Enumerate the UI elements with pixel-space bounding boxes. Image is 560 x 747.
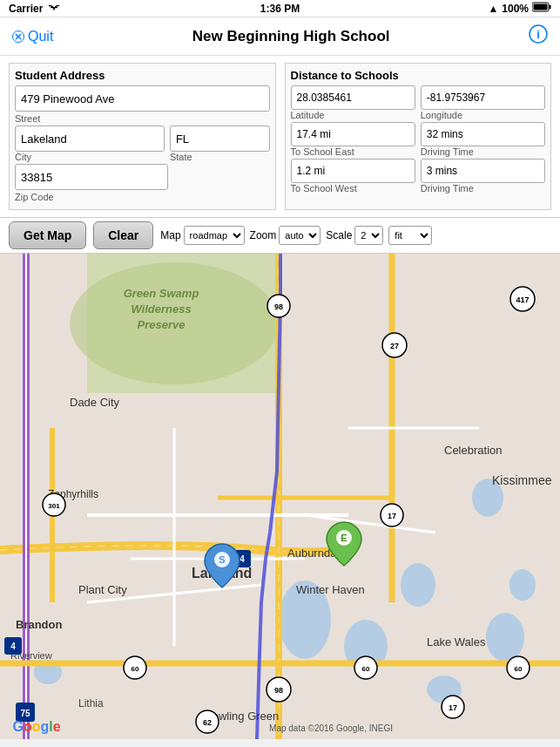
zoom-select[interactable]: auto 10 12 14: [279, 226, 320, 245]
street-label: Street: [15, 113, 270, 124]
info-button[interactable]: i: [529, 24, 548, 48]
city-state-labels: City State: [15, 152, 270, 164]
scale-group: Scale 2 1: [326, 226, 383, 245]
svg-text:27: 27: [390, 342, 399, 350]
student-address-panel: Student Address Street City State Zip Co…: [9, 63, 276, 210]
info-icon: i: [529, 24, 548, 44]
street-input[interactable]: [15, 85, 270, 112]
distance-panel: Distance to Schools 28.0385461 Latitude …: [285, 63, 552, 210]
zoom-group: Zoom auto 10 12 14: [250, 226, 321, 245]
driving-time-west-cell: 3 mins Driving Time: [421, 159, 545, 194]
svg-text:Winter Haven: Winter Haven: [296, 583, 365, 596]
school-east-label: To School East: [291, 146, 415, 157]
svg-text:60: 60: [132, 665, 139, 673]
get-map-button[interactable]: Get Map: [9, 221, 86, 249]
school-east-value: 17.4 mi: [291, 122, 415, 146]
distance-title: Distance to Schools: [291, 69, 546, 82]
nav-bar: Quit New Beginning High School i: [0, 17, 560, 56]
clear-button[interactable]: Clear: [93, 221, 153, 249]
city-group: [15, 126, 165, 152]
map-type-label: Map: [160, 229, 180, 241]
location-arrow-icon: ▲: [488, 3, 498, 15]
svg-text:98: 98: [274, 686, 283, 695]
city-input[interactable]: [15, 126, 165, 152]
driving-time-east-cell: 32 mins Driving Time: [421, 122, 545, 157]
zip-group: [15, 164, 270, 190]
school-east-cell: 17.4 mi To School East: [291, 122, 415, 157]
svg-text:i: i: [536, 28, 540, 41]
svg-text:Wilderness: Wilderness: [131, 302, 191, 316]
form-area: Student Address Street City State Zip Co…: [0, 56, 560, 218]
west-row: 1.2 mi To School West 3 mins Driving Tim…: [291, 159, 546, 194]
driving-time-west-label: Driving Time: [421, 183, 545, 194]
street-group: [15, 85, 270, 112]
buttons-row: Get Map Clear Map roadmap satellite hybr…: [0, 218, 560, 254]
svg-text:4: 4: [240, 554, 245, 564]
svg-point-19: [509, 569, 536, 601]
driving-time-east-value: 32 mins: [421, 122, 545, 146]
city-state-row: [15, 126, 270, 152]
svg-text:Celebration: Celebration: [444, 444, 503, 457]
svg-text:E: E: [341, 533, 347, 543]
map-svg: Green Swamp Wilderness Preserve: [0, 254, 560, 739]
battery-icon: [532, 2, 551, 15]
state-label: State: [170, 152, 270, 162]
zip-input[interactable]: [15, 164, 168, 190]
student-address-title: Student Address: [15, 69, 270, 82]
nav-title: New Beginning High School: [192, 28, 390, 45]
status-time: 1:36 PM: [260, 3, 300, 15]
svg-text:62: 62: [203, 718, 212, 727]
svg-text:Brandon: Brandon: [16, 618, 63, 631]
map-controls: Map roadmap satellite hybrid terrain Zoo…: [160, 226, 432, 245]
driving-time-east-label: Driving Time: [421, 146, 545, 157]
svg-text:75: 75: [20, 709, 30, 718]
school-west-value: 1.2 mi: [291, 159, 415, 183]
svg-text:Google: Google: [12, 719, 60, 734]
lat-long-row: 28.0385461 Latitude -81.9753967 Longitud…: [291, 85, 546, 120]
svg-text:S: S: [219, 554, 225, 565]
fit-select[interactable]: fit no fit: [388, 226, 432, 245]
map-container[interactable]: Green Swamp Wilderness Preserve: [0, 254, 560, 739]
svg-rect-1: [550, 5, 551, 10]
scale-select[interactable]: 2 1: [354, 226, 383, 245]
battery-percent: 100%: [502, 3, 529, 15]
latitude-label: Latitude: [291, 110, 415, 120]
svg-text:301: 301: [48, 502, 60, 510]
longitude-value: -81.9753967: [421, 85, 545, 110]
status-left: Carrier: [9, 2, 60, 15]
school-west-cell: 1.2 mi To School West: [291, 159, 415, 194]
school-west-label: To School West: [291, 183, 415, 194]
svg-text:Lake Wales: Lake Wales: [427, 635, 486, 649]
svg-text:4: 4: [10, 642, 16, 651]
svg-text:Map data ©2016 Google, INEGI: Map data ©2016 Google, INEGI: [269, 723, 393, 733]
quit-circle-icon: [12, 31, 24, 43]
state-input[interactable]: [170, 126, 270, 152]
zip-label: Zip Code: [15, 192, 270, 202]
svg-text:Dade City: Dade City: [70, 396, 120, 409]
state-group: [170, 126, 270, 152]
svg-point-18: [486, 613, 524, 662]
svg-text:Lithia: Lithia: [78, 697, 104, 710]
driving-time-west-value: 3 mins: [421, 159, 545, 183]
svg-text:Kissimmee: Kissimmee: [492, 473, 552, 487]
wifi-icon: [48, 2, 60, 15]
svg-text:Preserve: Preserve: [138, 318, 186, 331]
status-bar: Carrier 1:36 PM ▲ 100%: [0, 0, 560, 17]
svg-text:17: 17: [388, 512, 396, 520]
carrier-label: Carrier: [9, 3, 43, 15]
longitude-label: Longitude: [421, 110, 545, 120]
svg-text:417: 417: [516, 295, 529, 304]
svg-text:60: 60: [515, 665, 523, 673]
city-label: City: [15, 152, 165, 162]
scale-label: Scale: [326, 229, 352, 241]
svg-text:Green Swamp: Green Swamp: [124, 287, 199, 300]
quit-button[interactable]: Quit: [12, 29, 53, 44]
east-row: 17.4 mi To School East 32 mins Driving T…: [291, 122, 546, 157]
svg-rect-2: [534, 4, 548, 10]
svg-point-16: [401, 563, 435, 607]
quit-label: Quit: [28, 29, 53, 44]
latitude-value: 28.0385461: [291, 85, 415, 110]
map-type-select[interactable]: roadmap satellite hybrid terrain: [184, 226, 245, 245]
svg-text:60: 60: [362, 665, 370, 673]
longitude-cell: -81.9753967 Longitude: [421, 85, 545, 120]
